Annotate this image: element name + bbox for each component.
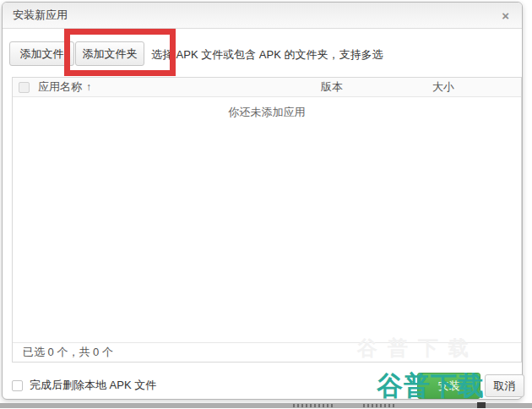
install-app-dialog: 安装新应用 × 添加文件 添加文件夹 选择 APK 文件或包含 APK 的文件夹… bbox=[2, 2, 523, 400]
select-all-checkbox[interactable] bbox=[19, 82, 30, 93]
install-label: 安装 bbox=[438, 379, 460, 394]
column-name-label: 应用名称 bbox=[38, 79, 82, 95]
add-file-label: 添加文件 bbox=[20, 46, 64, 62]
cancel-button[interactable]: 取消 bbox=[485, 374, 524, 397]
selection-status-text: 已选 0 个，共 0 个 bbox=[23, 345, 113, 360]
install-button[interactable]: 安装 bbox=[417, 373, 480, 399]
close-icon[interactable]: × bbox=[499, 8, 512, 24]
empty-state-text: 你还未添加应用 bbox=[13, 97, 521, 120]
selection-status-bar: 已选 0 个，共 0 个 bbox=[13, 342, 521, 362]
dialog-title: 安装新应用 bbox=[13, 8, 68, 23]
sort-ascending-icon: ↑ bbox=[86, 81, 91, 93]
column-header-version[interactable]: 版本 bbox=[321, 79, 343, 95]
delete-after-install-row: 完成后删除本地 APK 文件 bbox=[12, 378, 156, 393]
app-table-header: 应用名称 ↑ 版本 大小 bbox=[13, 78, 521, 97]
watermark-fragment bbox=[363, 404, 397, 407]
watermark-fragment bbox=[477, 402, 486, 408]
watermark-fragment bbox=[293, 404, 335, 407]
column-header-name[interactable]: 应用名称 ↑ bbox=[38, 79, 91, 95]
app-table-body: 你还未添加应用 bbox=[13, 97, 521, 342]
page-background-bar bbox=[0, 403, 532, 408]
dialog-titlebar: 安装新应用 × bbox=[3, 3, 522, 29]
apk-selection-hint: 选择 APK 文件或包含 APK 的文件夹，支持多选 bbox=[151, 48, 383, 62]
column-header-size[interactable]: 大小 bbox=[432, 79, 454, 95]
app-table: 应用名称 ↑ 版本 大小 你还未添加应用 已选 0 个，共 0 个 bbox=[12, 77, 522, 363]
annotation-highlight-box bbox=[64, 29, 176, 76]
delete-apk-label: 完成后删除本地 APK 文件 bbox=[30, 378, 156, 393]
delete-apk-checkbox[interactable] bbox=[12, 380, 23, 391]
cancel-label: 取消 bbox=[494, 379, 516, 394]
